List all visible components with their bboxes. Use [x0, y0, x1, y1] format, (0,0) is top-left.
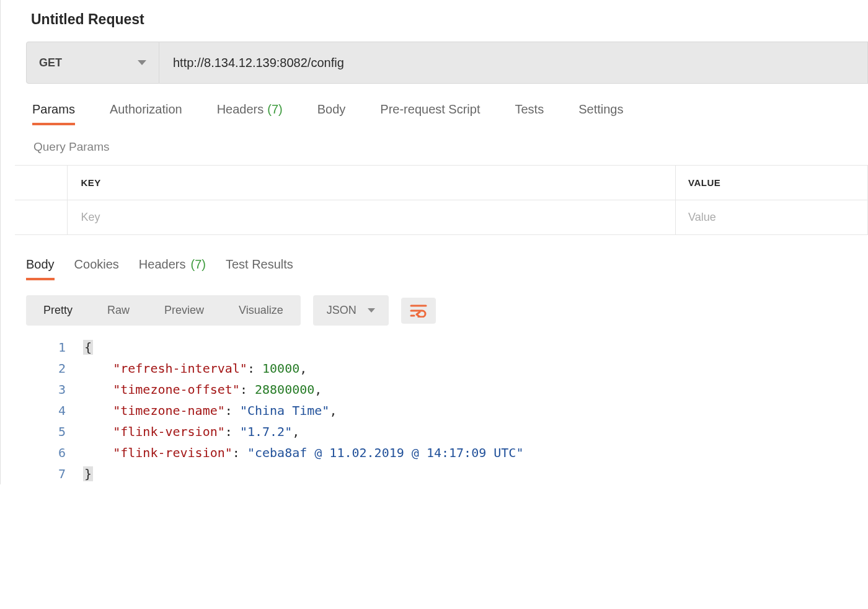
response-format-label: JSON: [327, 304, 356, 317]
param-key-input[interactable]: [81, 211, 676, 224]
table-header-key: KEY: [67, 166, 676, 200]
url-input[interactable]: [159, 42, 868, 84]
table-header-handle: [15, 166, 67, 200]
tab-headers-count: (7): [267, 102, 282, 119]
line-number: 6: [15, 442, 66, 463]
view-preview-button[interactable]: Preview: [147, 295, 221, 326]
resp-tab-test-results[interactable]: Test Results: [226, 257, 293, 280]
line-number: 7: [15, 463, 66, 484]
url-bar: GET: [26, 42, 868, 84]
request-title: Untitled Request: [15, 0, 868, 42]
wrap-lines-icon: [410, 304, 427, 318]
http-method-label: GET: [39, 56, 62, 69]
line-number: 2: [15, 358, 66, 379]
tab-prerequest-script[interactable]: Pre-request Script: [380, 102, 480, 125]
query-params-table: KEY VALUE: [15, 165, 868, 235]
wrap-lines-button[interactable]: [401, 298, 436, 324]
resp-tab-headers-label: Headers: [139, 257, 186, 274]
response-body-code: { "refresh-interval": 10000, "timezone-o…: [83, 337, 523, 484]
view-pretty-button[interactable]: Pretty: [26, 295, 90, 326]
tab-headers[interactable]: Headers (7): [217, 102, 283, 125]
view-mode-group: Pretty Raw Preview Visualize: [26, 295, 301, 326]
response-tabs: Body Cookies Headers (7) Test Results: [15, 235, 868, 280]
tab-tests[interactable]: Tests: [515, 102, 544, 125]
query-params-heading: Query Params: [15, 125, 868, 165]
tab-authorization[interactable]: Authorization: [110, 102, 182, 125]
resp-tab-headers[interactable]: Headers (7): [139, 257, 206, 280]
param-value-input[interactable]: [688, 211, 867, 224]
response-format-select[interactable]: JSON: [313, 295, 389, 326]
table-header-value: VALUE: [676, 166, 868, 200]
resp-tab-body[interactable]: Body: [26, 257, 55, 280]
resp-tab-cookies[interactable]: Cookies: [74, 257, 119, 280]
request-tabs: Params Authorization Headers (7) Body Pr…: [15, 84, 868, 125]
chevron-down-icon: [368, 308, 375, 313]
tab-params[interactable]: Params: [32, 102, 75, 125]
table-header-row: KEY VALUE: [15, 166, 868, 200]
line-number: 4: [15, 400, 66, 421]
table-row: [15, 200, 868, 235]
line-number: 3: [15, 379, 66, 400]
response-body-editor[interactable]: 1 2 3 4 5 6 7 { "refresh-interval": 1000…: [15, 326, 868, 484]
http-method-select[interactable]: GET: [26, 42, 159, 84]
resp-tab-headers-count: (7): [190, 257, 205, 274]
row-handle[interactable]: [15, 200, 67, 235]
view-visualize-button[interactable]: Visualize: [221, 295, 301, 326]
tab-settings[interactable]: Settings: [578, 102, 623, 125]
line-number-gutter: 1 2 3 4 5 6 7: [15, 337, 83, 484]
line-number: 1: [15, 337, 66, 358]
chevron-down-icon: [138, 60, 146, 65]
view-raw-button[interactable]: Raw: [90, 295, 147, 326]
line-number: 5: [15, 421, 66, 442]
response-view-controls: Pretty Raw Preview Visualize JSON: [15, 280, 868, 326]
tab-body[interactable]: Body: [317, 102, 346, 125]
tab-headers-label: Headers: [217, 102, 264, 119]
